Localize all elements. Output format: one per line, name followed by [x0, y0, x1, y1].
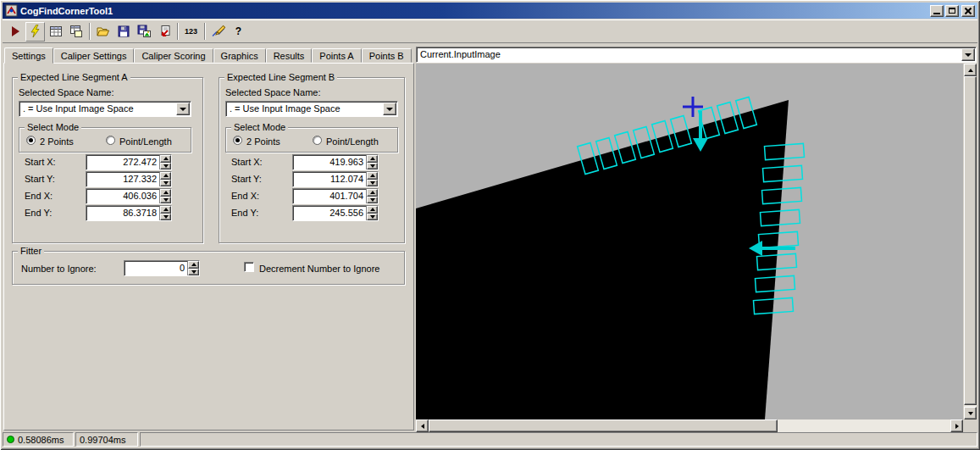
scroll-left-button[interactable] — [416, 419, 429, 432]
spin-up-button[interactable] — [160, 172, 171, 180]
spin-down-button[interactable] — [367, 214, 378, 221]
tab-label: Graphics — [221, 51, 258, 61]
tab-caliper-settings[interactable]: Caliper Settings — [53, 48, 135, 63]
tab-points-b[interactable]: Points B — [362, 48, 412, 63]
spin-down-button[interactable] — [160, 197, 171, 204]
help-button[interactable]: ? — [229, 22, 248, 42]
start-x-value-b: 419.963 — [293, 155, 366, 169]
run-button[interactable] — [5, 22, 25, 42]
select-mode-group-a: Select Mode 2 Points Point/Length — [19, 127, 191, 153]
vertical-scroll-thumb[interactable] — [964, 76, 977, 405]
image-vertical-scrollbar[interactable] — [964, 64, 977, 419]
graphics-button[interactable] — [208, 22, 228, 42]
pen-chart-icon — [212, 25, 225, 38]
spin-up-button[interactable] — [160, 189, 171, 197]
import-arrow-icon — [158, 25, 171, 38]
titlebar[interactable]: CogFindCornerTool1 — [3, 3, 977, 19]
spin-up-button[interactable] — [367, 189, 378, 197]
space-name-select-a[interactable]: . = Use Input Image Space — [19, 101, 191, 117]
run-time-value: 0.58086ms — [18, 435, 64, 445]
maximize-button[interactable] — [945, 5, 959, 17]
end-y-label-b: End Y: — [231, 208, 258, 218]
spin-down-button[interactable] — [367, 180, 378, 187]
end-y-input-b[interactable]: 245.556 — [292, 205, 379, 221]
numeric-format-button[interactable]: 123 — [181, 22, 201, 42]
end-y-input-a[interactable]: 86.3718 — [86, 205, 172, 221]
image-selector-combo[interactable]: Current.InputImage — [416, 47, 977, 63]
tab-label: Points B — [369, 51, 404, 61]
dropdown-arrow-icon[interactable] — [961, 48, 975, 61]
end-x-input-a[interactable]: 406.036 — [86, 188, 172, 204]
spin-up-button[interactable] — [160, 155, 171, 163]
start-y-value-b: 112.074 — [293, 172, 366, 186]
mode-pointlength-radio-a[interactable] — [106, 136, 115, 145]
start-x-label-a: Start X: — [25, 157, 56, 167]
dropdown-arrow-icon[interactable] — [176, 103, 190, 115]
mode-2points-radio-a[interactable] — [26, 136, 36, 145]
import-image-button[interactable] — [154, 22, 174, 42]
run-status-led — [7, 436, 14, 443]
tab-results[interactable]: Results — [266, 48, 313, 63]
tab-label: Caliper Settings — [61, 51, 127, 61]
tab-settings[interactable]: Settings — [4, 47, 53, 64]
vertical-scroll-track[interactable] — [964, 76, 977, 407]
numeric-format-icon: 123 — [185, 27, 197, 36]
start-x-input-a[interactable]: 272.472 — [86, 154, 172, 170]
tab-label: Points A — [319, 51, 353, 61]
dropdown-arrow-icon[interactable] — [383, 103, 396, 115]
image-display[interactable] — [416, 64, 963, 419]
decrement-label: Decrement Number to Ignore — [259, 264, 379, 274]
save-image-button[interactable] — [134, 22, 153, 42]
number-to-ignore-value: 0 — [125, 261, 187, 275]
start-y-input-a[interactable]: 127.332 — [86, 171, 172, 187]
spin-down-button[interactable] — [160, 180, 171, 187]
spin-down-button[interactable] — [160, 163, 171, 170]
mode-2points-label-a: 2 Points — [40, 136, 74, 147]
fitter-title: Fitter — [18, 246, 44, 256]
end-y-value-a: 86.3718 — [86, 206, 159, 220]
spin-down-button[interactable] — [160, 214, 171, 221]
start-x-input-b[interactable]: 419.963 — [292, 154, 379, 170]
open-folder-icon — [97, 25, 110, 38]
horizontal-scroll-thumb[interactable] — [429, 419, 778, 432]
space-name-label-b: Selected Space Name: — [225, 87, 321, 97]
tab-label: Settings — [12, 51, 46, 61]
mode-pointlength-radio-b[interactable] — [313, 136, 322, 145]
start-x-value-a: 272.472 — [86, 155, 159, 169]
spin-down-button[interactable] — [367, 197, 378, 204]
close-button[interactable] — [961, 5, 975, 17]
close-icon — [965, 8, 972, 14]
spin-up-button[interactable] — [367, 172, 378, 180]
spin-down-button[interactable] — [188, 269, 199, 276]
window-title: CogFindCornerTool1 — [20, 6, 928, 16]
image-horizontal-scrollbar[interactable] — [416, 419, 963, 432]
number-to-ignore-input[interactable]: 0 — [124, 260, 200, 276]
scroll-down-button[interactable] — [964, 407, 977, 419]
start-y-input-b[interactable]: 112.074 — [292, 171, 379, 187]
window-icon — [5, 4, 18, 17]
end-x-input-b[interactable]: 401.704 — [292, 188, 379, 204]
spin-up-button[interactable] — [160, 206, 171, 214]
part-silhouette — [416, 100, 789, 419]
floating-grid-button[interactable] — [66, 22, 86, 42]
tab-points-a[interactable]: Points A — [312, 48, 361, 63]
mode-2points-radio-b[interactable] — [233, 136, 242, 145]
decrement-checkbox[interactable] — [244, 262, 254, 272]
spin-up-button[interactable] — [367, 206, 378, 214]
electric-run-button[interactable] — [25, 22, 45, 42]
horizontal-scroll-track[interactable] — [429, 419, 950, 432]
spin-up-button[interactable] — [188, 261, 199, 269]
space-name-select-b[interactable]: . = Use Input Image Space — [225, 101, 398, 117]
scroll-up-button[interactable] — [964, 64, 977, 76]
tab-graphics[interactable]: Graphics — [213, 48, 266, 63]
open-button[interactable] — [93, 22, 113, 42]
results-grid-button[interactable] — [46, 22, 65, 42]
total-time-panel: 0.99704ms — [75, 432, 138, 447]
tab-caliper-scoring[interactable]: Caliper Scoring — [134, 48, 213, 63]
scroll-right-button[interactable] — [950, 419, 963, 432]
minimize-button[interactable] — [930, 5, 944, 17]
save-button[interactable] — [114, 22, 133, 42]
spin-up-button[interactable] — [367, 155, 378, 163]
spin-down-button[interactable] — [367, 163, 378, 170]
toolbar-separator — [177, 23, 179, 40]
